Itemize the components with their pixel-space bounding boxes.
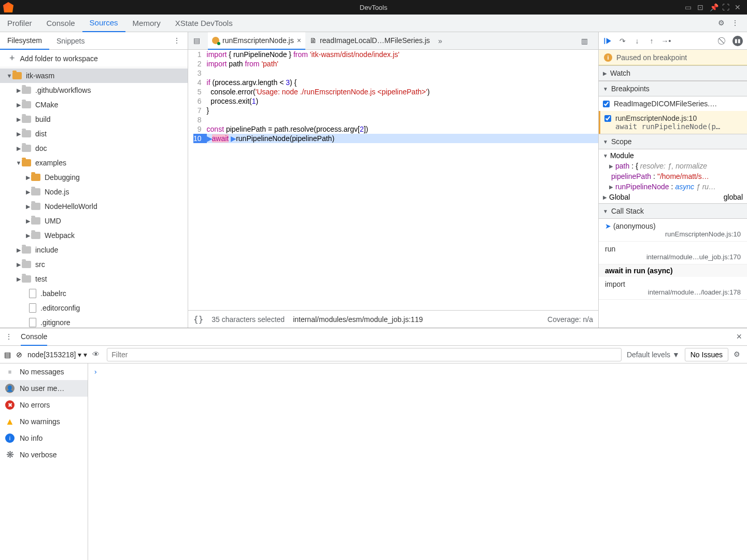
more-tabs-icon[interactable]: » — [438, 37, 442, 45]
pause-on-exceptions-icon[interactable]: ▮▮ — [732, 36, 743, 46]
pin-icon[interactable]: 📌 — [710, 3, 718, 11]
breakpoint-checkbox[interactable] — [603, 101, 610, 107]
folder-icon — [22, 275, 31, 283]
scope-variable[interactable]: ▶path: {resolve: ƒ, normalize — [599, 161, 747, 171]
tab-snippets[interactable]: Snippets — [49, 32, 92, 50]
add-folder-button[interactable]: + Add folder to workspace — [0, 50, 188, 67]
editor-tab-1[interactable]: runEmscriptenNode.js × — [208, 32, 305, 50]
maximize-icon[interactable]: ⛶ — [722, 3, 730, 11]
paused-label: Paused on breakpoint — [616, 53, 687, 62]
folder-item[interactable]: ▶Webpack — [0, 228, 188, 243]
location-link[interactable]: internal/modules/esm/module_job.js:119 — [293, 315, 423, 324]
editor-tab-2[interactable]: 🗎 readImageLocalD…MFileSeries.js — [305, 32, 434, 50]
deactivate-breakpoints-icon[interactable]: ⃠ — [718, 36, 728, 46]
settings-gear-icon[interactable]: ⚙ — [718, 19, 727, 28]
live-expression-icon[interactable]: 👁 — [92, 350, 102, 359]
format-icon[interactable]: {} — [193, 314, 203, 324]
tree-item-label: NodeHelloWorld — [45, 202, 97, 211]
console-settings-icon[interactable]: ⚙ — [734, 350, 743, 359]
breakpoints-section-header[interactable]: ▼ Breakpoints — [599, 81, 747, 96]
step-out-icon[interactable]: ↑ — [646, 36, 657, 46]
callstack-frame[interactable]: (anonymous)runEmscriptenNode.js:10 — [599, 219, 747, 242]
file-item[interactable]: .babelrc — [0, 286, 188, 301]
tab-console[interactable]: Console — [39, 15, 82, 32]
folder-icon — [22, 261, 31, 268]
step-over-icon[interactable]: ↷ — [617, 36, 628, 46]
context-selector[interactable]: node[3153218] ▾ — [27, 351, 87, 359]
console-tab[interactable]: Console — [21, 328, 47, 346]
folder-item[interactable]: ▶test — [0, 272, 188, 286]
folder-item[interactable]: ▶Node.js — [0, 185, 188, 199]
console-filter-err[interactable]: ✖No errors — [0, 397, 88, 413]
tree-item-label: .gitignore — [40, 318, 71, 327]
callstack-frame[interactable]: importinternal/module…/loader.js:178 — [599, 277, 747, 300]
scope-section-header[interactable]: ▼ Scope — [599, 134, 747, 149]
clear-console-icon[interactable]: ⊘ — [16, 351, 22, 359]
file-item[interactable]: .gitignore — [0, 315, 188, 328]
tree-item-label: itk-wasm — [26, 72, 54, 80]
android-icon[interactable]: ⊡ — [697, 3, 706, 11]
folder-icon — [31, 217, 40, 225]
scope-variable[interactable]: ▶runPipelineNode: async ƒ ru… — [599, 181, 747, 192]
file-tree[interactable]: ▼itk-wasm▶.github/workflows▶CMake▶build▶… — [0, 67, 188, 328]
resume-icon[interactable] — [603, 36, 613, 46]
toggle-debugger-icon[interactable]: ▥ — [581, 37, 588, 45]
console-filter-input[interactable] — [107, 348, 622, 361]
folder-item[interactable]: ▶doc — [0, 141, 188, 156]
toggle-navigator-icon[interactable]: ▤ — [193, 36, 203, 46]
add-folder-label: Add folder to workspace — [20, 54, 98, 63]
folder-icon — [22, 159, 31, 166]
close-drawer-icon[interactable]: × — [736, 331, 742, 342]
callstack-section-header[interactable]: ▼ Call Stack — [599, 203, 747, 219]
titlebar-controls: ▭ ⊡ 📌 ⛶ ✕ — [685, 3, 747, 11]
close-icon[interactable]: ✕ — [735, 3, 743, 11]
folder-item[interactable]: ▶build — [0, 112, 188, 127]
expand-icon: ▶ — [603, 71, 607, 76]
tree-item-label: CMake — [35, 101, 58, 109]
watch-section-header[interactable]: ▶ Watch — [599, 65, 747, 81]
folder-icon — [22, 87, 31, 94]
console-filter-warn[interactable]: ▲No warnings — [0, 413, 88, 430]
folder-item[interactable]: ▶Debugging — [0, 170, 188, 185]
log-levels-select[interactable]: Default levels ▼ — [627, 351, 680, 359]
tab-profiler[interactable]: Profiler — [0, 15, 39, 32]
folder-item[interactable]: ▶include — [0, 243, 188, 257]
folder-item[interactable]: ▶NodeHelloWorld — [0, 199, 188, 214]
more-menu-icon[interactable]: ⋮ — [731, 19, 741, 28]
breakpoint-item[interactable]: runEmscriptenNode.js:10await runPipeline… — [599, 111, 747, 134]
folder-item[interactable]: ▶UMD — [0, 214, 188, 228]
scope-variable[interactable]: pipelinePath: "/home/matt/s… — [599, 171, 747, 181]
devices-icon[interactable]: ▭ — [685, 3, 693, 11]
scope-global[interactable]: ▶Globalglobal — [599, 192, 747, 202]
file-item[interactable]: .editorconfig — [0, 301, 188, 315]
tree-item-label: dist — [35, 130, 47, 138]
code-editor[interactable]: 12345678910 import { runPipelineNode } f… — [188, 50, 598, 310]
tab-memory[interactable]: Memory — [125, 15, 168, 32]
issues-button[interactable]: No Issues — [685, 348, 728, 361]
console-filter-info[interactable]: iNo info — [0, 430, 88, 446]
scope-module[interactable]: ▼Module — [599, 150, 747, 161]
console-filter-user[interactable]: 👤No user me… — [0, 380, 88, 397]
folder-item[interactable]: ▼examples — [0, 156, 188, 170]
callstack-frame[interactable]: runinternal/module…ule_job.js:170 — [599, 242, 747, 264]
folder-item[interactable]: ▶src — [0, 257, 188, 272]
close-tab-icon[interactable]: × — [297, 36, 301, 45]
tab-xstate[interactable]: XState DevTools — [168, 15, 240, 32]
toggle-sidebar-icon[interactable]: ▤ — [4, 351, 11, 359]
folder-item[interactable]: ▶CMake — [0, 97, 188, 112]
drawer-menu-icon[interactable]: ⋮ — [5, 332, 15, 342]
folder-item[interactable]: ▶.github/workflows — [0, 83, 188, 97]
folder-item[interactable]: ▶dist — [0, 127, 188, 141]
tab-filesystem[interactable]: Filesystem — [0, 32, 49, 50]
console-output[interactable]: › — [88, 363, 747, 560]
step-into-icon[interactable]: ↓ — [632, 36, 642, 46]
folder-item[interactable]: ▼itk-wasm — [0, 68, 188, 83]
tab-sources[interactable]: Sources — [82, 15, 125, 32]
navigator-more-icon[interactable]: ⋮ — [173, 36, 182, 46]
console-filter-lines[interactable]: ≡No messages — [0, 363, 88, 380]
tree-item-label: src — [35, 260, 45, 269]
console-filter-verb[interactable]: ❋No verbose — [0, 446, 88, 463]
breakpoint-checkbox[interactable] — [604, 115, 611, 122]
step-icon[interactable]: →• — [661, 36, 671, 46]
breakpoint-item[interactable]: ReadImageDICOMFileSeries.… — [599, 96, 747, 111]
